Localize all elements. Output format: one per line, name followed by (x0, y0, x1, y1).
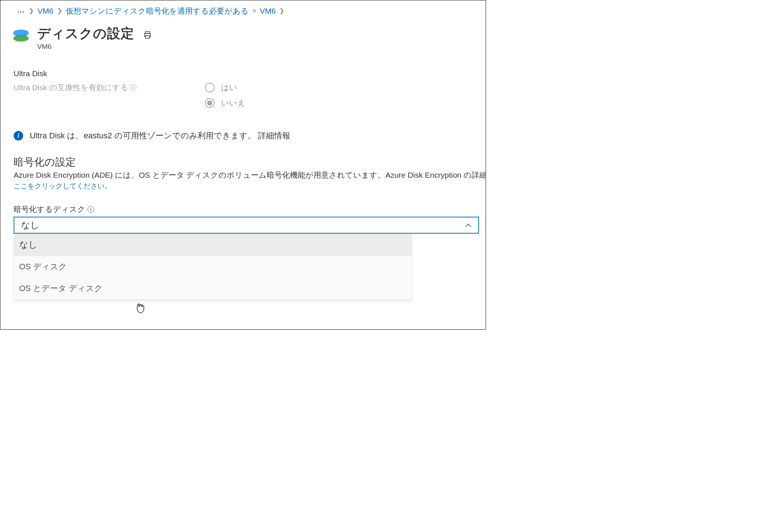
radio-no[interactable]: いいえ (205, 98, 245, 108)
info-icon[interactable]: i (88, 206, 94, 213)
dropdown-option-os-and-data[interactable]: OS とデータ ディスク (14, 278, 412, 299)
radio-no-label: いいえ (221, 98, 245, 108)
chevron-right-icon: ❯ (279, 8, 284, 14)
svg-rect-5 (146, 36, 149, 38)
encryption-learn-more-link[interactable]: ここをクリックしてください。 (14, 181, 111, 191)
chevron-right-icon: > (252, 8, 256, 14)
encryption-heading: 暗号化の設定 (14, 155, 486, 169)
svg-point-2 (13, 30, 29, 36)
info-banner-text: Ultra Disk は、eastus2 の可用性ゾーンでのみ利用できます。 詳… (30, 130, 290, 141)
dropdown-option-os-disk[interactable]: OS ディスク (14, 256, 412, 278)
encryption-desc: Azure Disk Encryption (ADE) には、OS とデータ デ… (14, 170, 486, 180)
radio-circle-icon (205, 83, 214, 92)
page-header: ディスクの設定 VM6 (0, 19, 486, 51)
chevron-right-icon: ❯ (29, 8, 34, 14)
ultra-compat-label: Ultra Disk の互換性を有効にする i (14, 82, 168, 93)
radio-yes-label: はい (221, 82, 237, 93)
disk-icon (12, 27, 30, 45)
print-icon[interactable] (143, 31, 152, 42)
radio-yes[interactable]: はい (205, 82, 245, 93)
disks-to-encrypt-label-text: 暗号化するディスク (14, 204, 85, 214)
breadcrumb-vm6-1[interactable]: VM6 (38, 7, 53, 15)
breadcrumb: … ❯ VM6 ❯ 仮想マシンにディスク暗号化を適用する必要がある > VM6 … (0, 6, 486, 19)
ultra-disk-heading: Ultra Disk (14, 69, 475, 78)
page-title: ディスクの設定 (37, 25, 134, 43)
chevron-up-icon (465, 221, 472, 229)
disks-to-encrypt-label: 暗号化するディスク i (14, 204, 486, 214)
dropdown-option-none[interactable]: なし (14, 234, 412, 256)
breadcrumb-policy[interactable]: 仮想マシンにディスク暗号化を適用する必要がある (66, 7, 249, 15)
cursor-icon (135, 302, 146, 318)
breadcrumb-ellipsis[interactable]: … (17, 6, 25, 16)
breadcrumb-vm6-2[interactable]: VM6 (260, 7, 276, 15)
chevron-right-icon: ❯ (57, 8, 62, 14)
page-subtitle: VM6 (37, 43, 152, 51)
dropdown-value: なし (21, 219, 39, 231)
ultra-compat-label-text: Ultra Disk の互換性を有効にする (14, 82, 128, 93)
disks-to-encrypt-dropdown[interactable]: なし (14, 217, 479, 234)
radio-circle-icon (205, 98, 214, 108)
info-banner: i Ultra Disk は、eastus2 の可用性ゾーンでのみ利用できます。… (0, 108, 486, 141)
ultra-disk-section: Ultra Disk Ultra Disk の互換性を有効にする i はい いい… (0, 51, 486, 108)
encryption-section: 暗号化の設定 Azure Disk Encryption (ADE) には、OS… (0, 141, 486, 191)
info-icon: i (14, 131, 23, 141)
dropdown-list: なし OS ディスク OS とデータ ディスク (14, 234, 412, 299)
info-icon[interactable]: i (130, 84, 136, 91)
ultra-compat-radios: はい いいえ (205, 82, 245, 108)
